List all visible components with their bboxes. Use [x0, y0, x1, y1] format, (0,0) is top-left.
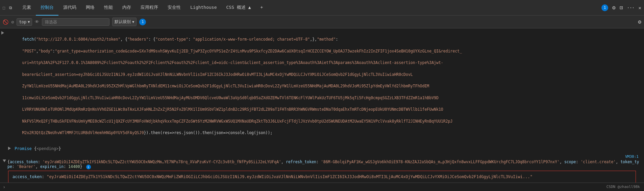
inspect-icon[interactable]: ⬚	[3, 5, 5, 10]
divider-2	[0, 152, 644, 154]
tab-network[interactable]: 网络	[81, 0, 99, 16]
tab-css-overview[interactable]: CSS 概述 ▲	[222, 0, 256, 16]
more-icon[interactable]: ···	[627, 5, 634, 10]
access-token-row: access_token: "eyJraWQiOiI4ZDEyZTk1YS1kN…	[13, 173, 631, 181]
log-level-selector[interactable]: 默认级别 ▼	[112, 18, 137, 26]
promise-expand-icon[interactable]	[8, 147, 11, 150]
clear-console-icon[interactable]: 🚫	[3, 19, 8, 25]
settings-icon[interactable]: ⚙	[612, 4, 616, 11]
context-dropdown-icon: ▼	[28, 20, 30, 24]
tab-performance[interactable]: 性能	[99, 0, 118, 16]
context-selector[interactable]: top ▼	[17, 18, 32, 26]
filter-input[interactable]	[42, 18, 109, 26]
console-output: fetch("http://127.0.0.1:6004/oauth2/toke…	[0, 28, 644, 191]
toolbar-right: ⚙	[638, 19, 641, 25]
console-input-bar: ›	[0, 183, 644, 191]
fetch-command-line: fetch("http://127.0.0.1:6004/oauth2/toke…	[0, 30, 644, 143]
console-error-badge: 1	[139, 19, 146, 25]
tab-add[interactable]: +	[255, 0, 268, 16]
tab-lighthouse[interactable]: Lighthouse	[185, 0, 221, 16]
filter-icon[interactable]: ⊘	[11, 19, 14, 25]
vm-source-link[interactable]: VM30:1	[625, 154, 639, 159]
remote-debug-icon[interactable]: ⊡	[620, 4, 623, 11]
tab-bar: ⬚ ⧉ 元素 控制台 源代码 网络 性能 内存 应用程序 安全性 Lightho…	[0, 0, 644, 16]
console-settings-icon[interactable]: ⚙	[638, 19, 641, 25]
prompt-icon: ›	[3, 184, 5, 190]
tab-sources[interactable]: 源代码	[58, 0, 81, 16]
expand-arrow[interactable]	[0, 30, 7, 36]
device-icon[interactable]: ⧉	[9, 5, 12, 10]
devtools-icons: ⬚ ⧉	[3, 5, 12, 10]
fetch-code-content: fetch("http://127.0.0.1:6004/oauth2/toke…	[7, 30, 644, 142]
console-toolbar: 🚫 ⊘ top ▼ 👁 默认级别 ▼ 1 ⚙	[0, 16, 644, 28]
token-object-preview: {access_token: 'eyJraWQiOiI4ZDEyZTk1YS1k…	[7, 160, 641, 169]
close-icon[interactable]: ✕	[639, 5, 641, 10]
token-info-icon[interactable]: i	[86, 165, 91, 169]
level-dropdown-icon: ▼	[132, 20, 134, 24]
promise-line: Promise {<pending>}	[0, 146, 644, 152]
vm-link-row: VM30:1	[0, 154, 644, 159]
eye-icon[interactable]: 👁	[35, 19, 39, 24]
token-expand-icon[interactable]	[3, 160, 6, 162]
tab-application[interactable]: 应用程序	[136, 0, 163, 16]
tab-bar-right: 1 ⚙ ⊡ ··· ✕	[601, 4, 641, 11]
token-object-preview-line: {access_token: 'eyJraWQiOiI4ZDEyZTk1YS1k…	[0, 159, 644, 170]
divider-1	[0, 143, 644, 146]
tab-memory[interactable]: 内存	[118, 0, 136, 16]
notification-badge: 1	[601, 4, 608, 11]
tab-elements[interactable]: 元素	[18, 0, 36, 16]
tab-security[interactable]: 安全性	[163, 0, 185, 16]
tab-console[interactable]: 控制台	[36, 0, 58, 16]
csdn-watermark: CSDN @zhaoll98k	[606, 185, 640, 189]
